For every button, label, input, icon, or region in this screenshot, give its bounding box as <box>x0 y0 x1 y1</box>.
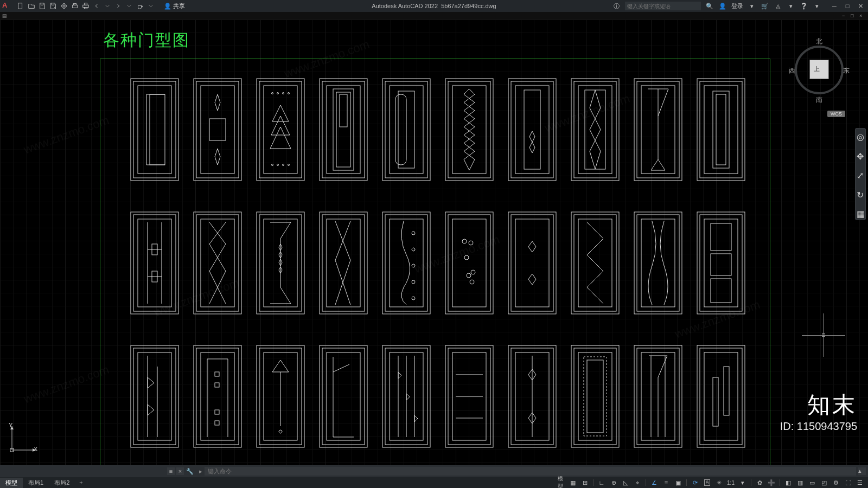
units-icon[interactable]: ◧ <box>783 478 793 487</box>
print-icon[interactable] <box>81 2 90 10</box>
redo-icon[interactable] <box>114 2 123 10</box>
viewport-restore-icon[interactable]: □ <box>851 13 856 18</box>
status-model[interactable]: 模型 <box>556 478 566 487</box>
title-bar: A 👤共享 Autodesk AutoCAD 2022 5b67a27d949c… <box>0 0 868 12</box>
svg-point-101 <box>412 297 415 300</box>
user-icon[interactable]: 👤 <box>718 2 727 10</box>
plot-icon[interactable] <box>71 2 79 10</box>
svg-rect-68 <box>133 215 176 311</box>
viewport-minimize-icon[interactable]: − <box>842 13 847 18</box>
save-icon[interactable] <box>38 2 47 10</box>
drawing-canvas[interactable]: 各种门型图 www.znzmo.com www.znzmo.com www.zn… <box>0 20 868 465</box>
quick-properties-icon[interactable]: ▥ <box>795 478 805 487</box>
svg-rect-65 <box>713 91 729 168</box>
search-icon[interactable]: 🔍 <box>705 2 714 10</box>
login-button[interactable]: 登录 <box>731 2 743 10</box>
lock-ui-icon[interactable]: ▭ <box>807 478 817 487</box>
saveas-icon[interactable] <box>49 2 58 10</box>
qat-dropdown-icon[interactable] <box>146 2 155 10</box>
apps-icon[interactable]: ◬ <box>774 2 782 10</box>
new-icon[interactable] <box>16 2 25 10</box>
door-design <box>193 211 242 314</box>
osnap-toggle-icon[interactable]: ⌖ <box>633 478 642 487</box>
clean-screen-icon[interactable]: ⛶ <box>843 478 853 487</box>
view-cube[interactable]: 北 南 西 东 上 <box>787 35 852 111</box>
help-icon[interactable]: ❔ <box>800 2 808 10</box>
scale-dropdown-icon[interactable]: ▾ <box>738 478 748 487</box>
add-layout-button[interactable]: + <box>75 478 87 487</box>
tab-layout1[interactable]: 布局1 <box>23 478 49 488</box>
watermark: www.znzmo.com <box>22 363 111 407</box>
maximize-icon[interactable]: □ <box>843 2 852 10</box>
workspace-icon[interactable]: ✿ <box>755 478 764 487</box>
annotation-monitor-icon[interactable]: ➕ <box>767 478 776 487</box>
svg-marker-19 <box>215 149 220 165</box>
annotation-visibility-icon[interactable]: ✳ <box>714 478 724 487</box>
polar-toggle-icon[interactable]: ⊕ <box>609 478 618 487</box>
isoplane-icon[interactable]: ◺ <box>621 478 630 487</box>
undo-icon[interactable] <box>92 2 101 10</box>
svg-rect-46 <box>452 86 486 174</box>
open-icon[interactable] <box>27 2 36 10</box>
viewcube-west[interactable]: 西 <box>789 66 795 75</box>
scale-display[interactable]: 1:1 <box>726 478 736 487</box>
featured-dropdown-icon[interactable]: ▾ <box>787 2 795 10</box>
svg-rect-22 <box>264 86 297 174</box>
cart-icon[interactable]: 🛒 <box>761 2 769 10</box>
nav-wheel-icon[interactable]: ◎ <box>857 132 864 139</box>
viewport-close-icon[interactable]: × <box>859 13 865 18</box>
svg-point-105 <box>462 239 467 243</box>
cmdline-handle-icon[interactable]: ≡ <box>167 467 175 475</box>
start-tab-icon[interactable]: ▤ <box>2 13 8 18</box>
cmdline-history-icon[interactable]: ▴ <box>858 467 866 475</box>
customize-status-icon[interactable]: ☰ <box>855 478 865 487</box>
nav-pan-icon[interactable]: ✥ <box>857 151 864 159</box>
door-design <box>256 78 305 181</box>
viewcube-south[interactable]: 南 <box>816 95 822 105</box>
nav-zoom-icon[interactable]: ⤢ <box>857 170 864 178</box>
snap-toggle-icon[interactable]: ⊞ <box>580 478 590 487</box>
tab-model[interactable]: 模型 <box>0 478 23 488</box>
selection-cycle-icon[interactable]: ⟳ <box>690 478 700 487</box>
close-icon[interactable]: ✕ <box>856 2 865 10</box>
app-logo-icon[interactable]: A <box>2 1 12 11</box>
info-icon[interactable]: ⓘ <box>612 2 621 10</box>
layout-tab-bar: 模型 布局1 布局2 + 模型 ▦ ⊞ ∟ ⊕ ◺ ⌖ ∠ ≡ ▣ ⟳ 🄰 ✳ … <box>0 477 868 488</box>
tab-layout2[interactable]: 布局2 <box>49 478 75 488</box>
isolate-icon[interactable]: ◰ <box>819 478 829 487</box>
otrack-toggle-icon[interactable]: ∠ <box>649 478 659 487</box>
minimize-icon[interactable]: ─ <box>830 2 839 10</box>
redo-dropdown-icon[interactable] <box>125 2 133 10</box>
web-save-icon[interactable] <box>60 2 68 10</box>
help-search-input[interactable] <box>625 2 701 10</box>
viewcube-north[interactable]: 北 <box>816 37 822 46</box>
transparency-icon[interactable]: ▣ <box>673 478 683 487</box>
door-design <box>256 345 305 448</box>
nav-orbit-icon[interactable]: ↻ <box>857 190 864 197</box>
viewcube-top[interactable]: 上 <box>814 65 820 73</box>
cmdline-close-icon[interactable]: × <box>176 467 184 475</box>
svg-rect-126 <box>711 254 731 275</box>
wcs-badge[interactable]: WCS <box>827 111 845 117</box>
coffee-icon[interactable] <box>136 2 144 10</box>
svg-point-25 <box>283 93 284 94</box>
undo-dropdown-icon[interactable] <box>103 2 112 10</box>
annotation-scale-icon[interactable]: 🄰 <box>702 478 712 487</box>
svg-rect-66 <box>716 94 726 165</box>
login-dropdown-icon[interactable]: ▾ <box>748 2 756 10</box>
grid-toggle-icon[interactable]: ▦ <box>568 478 578 487</box>
viewcube-east[interactable]: 东 <box>843 66 850 75</box>
share-button[interactable]: 👤共享 <box>161 2 188 11</box>
nav-showmotion-icon[interactable]: ▦ <box>857 209 864 216</box>
help-dropdown-icon[interactable]: ▾ <box>813 2 821 10</box>
svg-rect-130 <box>138 352 171 440</box>
command-input[interactable] <box>205 467 856 476</box>
cmdline-customize-icon[interactable]: 🔧 <box>186 468 194 475</box>
svg-rect-189 <box>724 367 729 415</box>
svg-rect-16 <box>201 86 234 174</box>
ortho-toggle-icon[interactable]: ∟ <box>597 478 607 487</box>
svg-rect-141 <box>215 410 219 414</box>
hardware-accel-icon[interactable]: ⚙ <box>831 478 841 487</box>
svg-marker-27 <box>272 105 289 121</box>
lineweight-icon[interactable]: ≡ <box>661 478 671 487</box>
